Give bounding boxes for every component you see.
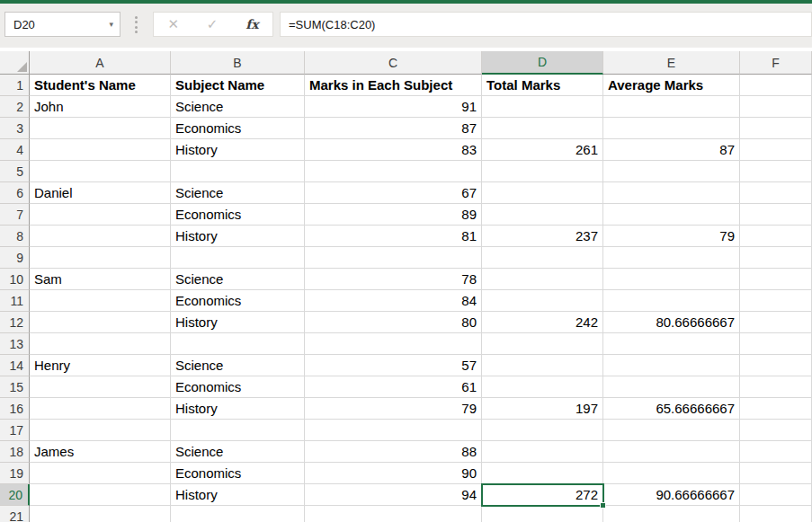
row-header-16[interactable]: 16 [0,398,30,420]
cell-B16[interactable]: History [171,398,305,420]
cell-D13[interactable] [482,333,603,355]
cancel-icon[interactable]: ✕ [167,16,179,32]
row-header-17[interactable]: 17 [0,420,30,441]
cell-A21[interactable] [30,506,171,522]
column-header-D[interactable]: D [482,51,603,75]
cell-E8[interactable]: 79 [603,226,740,247]
cell-C12[interactable]: 80 [305,312,482,333]
column-header-A[interactable]: A [30,51,171,75]
cell-D5[interactable] [482,161,603,182]
cell-C6[interactable]: 67 [305,182,482,204]
cell-D8[interactable]: 237 [482,226,603,247]
row-header-7[interactable]: 7 [0,204,30,226]
cell-D10[interactable] [482,269,603,290]
cell-C10[interactable]: 78 [305,269,482,290]
cell-C19[interactable]: 90 [305,463,482,484]
cell-B8[interactable]: History [171,226,305,247]
cell-F18[interactable] [740,441,812,463]
cell-B5[interactable] [171,161,305,182]
cell-A2[interactable]: John [30,96,171,118]
formula-bar-splitter-icon[interactable] [135,16,138,33]
row-header-4[interactable]: 4 [0,139,30,161]
cell-C20[interactable]: 94 [305,484,482,506]
cell-E17[interactable] [603,420,740,441]
cell-E4[interactable]: 87 [603,139,740,161]
cell-E6[interactable] [603,182,740,204]
cell-D20[interactable]: 272 [482,484,603,506]
cell-D16[interactable]: 197 [482,398,603,420]
row-header-8[interactable]: 8 [0,226,30,247]
cell-F14[interactable] [740,355,812,376]
cell-F16[interactable] [740,398,812,420]
cell-A20[interactable] [30,484,171,506]
cell-B18[interactable]: Science [171,441,305,463]
row-header-14[interactable]: 14 [0,355,30,376]
row-header-12[interactable]: 12 [0,312,30,333]
insert-function-icon[interactable]: fx [245,17,258,31]
cell-E9[interactable] [603,247,740,269]
cell-C15[interactable]: 61 [305,376,482,398]
row-header-11[interactable]: 11 [0,290,30,312]
cell-A12[interactable] [30,312,171,333]
cell-D12[interactable]: 242 [482,312,603,333]
cell-E13[interactable] [603,333,740,355]
cell-E11[interactable] [603,290,740,312]
cell-F10[interactable] [740,269,812,290]
cell-A13[interactable] [30,333,171,355]
cell-A8[interactable] [30,226,171,247]
select-all-button[interactable] [0,51,30,75]
cell-F7[interactable] [740,204,812,226]
cell-B15[interactable]: Economics [171,376,305,398]
cell-D4[interactable]: 261 [482,139,603,161]
cell-D6[interactable] [482,182,603,204]
cell-F12[interactable] [740,312,812,333]
cell-F1[interactable] [740,75,812,96]
cell-C1[interactable]: Marks in Each Subject [305,75,482,96]
cell-F21[interactable] [740,506,812,522]
cell-A10[interactable]: Sam [30,269,171,290]
formula-input[interactable]: =SUM(C18:C20) [280,12,812,37]
cell-E3[interactable] [603,118,740,139]
name-box-dropdown-icon[interactable]: ▾ [109,20,113,29]
cell-C9[interactable] [305,247,482,269]
cell-D2[interactable] [482,96,603,118]
column-header-B[interactable]: B [171,51,305,75]
cell-B13[interactable] [171,333,305,355]
cell-B1[interactable]: Subject Name [171,75,305,96]
cell-B3[interactable]: Economics [171,118,305,139]
cell-B2[interactable]: Science [171,96,305,118]
name-box[interactable]: D20 ▾ [4,12,120,37]
cell-E2[interactable] [603,96,740,118]
row-header-6[interactable]: 6 [0,182,30,204]
cell-A16[interactable] [30,398,171,420]
cell-E19[interactable] [603,463,740,484]
cell-D14[interactable] [482,355,603,376]
cell-C21[interactable] [305,506,482,522]
column-header-E[interactable]: E [603,51,740,75]
row-header-18[interactable]: 18 [0,441,30,463]
cell-D21[interactable] [482,506,603,522]
cell-D19[interactable] [482,463,603,484]
cell-A17[interactable] [30,420,171,441]
cell-E21[interactable] [603,506,740,522]
cell-A9[interactable] [30,247,171,269]
cell-C3[interactable]: 87 [305,118,482,139]
cell-F6[interactable] [740,182,812,204]
row-header-2[interactable]: 2 [0,96,30,118]
row-header-15[interactable]: 15 [0,376,30,398]
cell-A14[interactable]: Henry [30,355,171,376]
cell-E14[interactable] [603,355,740,376]
cell-A1[interactable]: Student's Name [30,75,171,96]
cell-F2[interactable] [740,96,812,118]
cell-D3[interactable] [482,118,603,139]
cell-C11[interactable]: 84 [305,290,482,312]
cell-A4[interactable] [30,139,171,161]
row-header-9[interactable]: 9 [0,247,30,269]
cell-B4[interactable]: History [171,139,305,161]
cell-B6[interactable]: Science [171,182,305,204]
row-header-1[interactable]: 1 [0,75,30,96]
cell-F3[interactable] [740,118,812,139]
cell-D7[interactable] [482,204,603,226]
row-header-21[interactable]: 21 [0,506,30,522]
cell-F8[interactable] [740,226,812,247]
